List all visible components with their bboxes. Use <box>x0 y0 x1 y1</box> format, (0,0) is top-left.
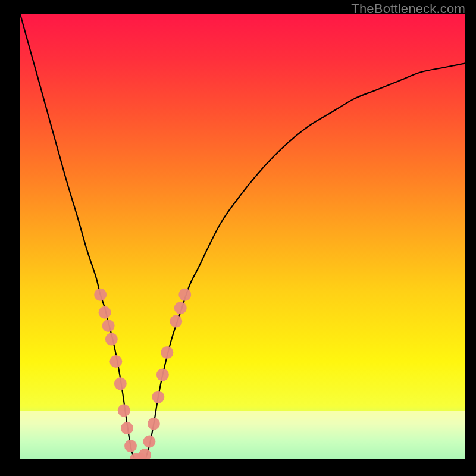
plot-area <box>20 14 465 459</box>
watermark-text: TheBottleneck.com <box>351 1 465 17</box>
curve-marker <box>170 315 182 328</box>
curve-marker <box>178 289 191 301</box>
curve-marker <box>102 320 115 332</box>
bottleneck-curve <box>20 14 465 459</box>
curve-marker <box>161 346 173 359</box>
curve-marker <box>121 422 133 434</box>
curve-marker <box>94 289 107 301</box>
curve-marker <box>156 368 169 381</box>
chart-frame: TheBottleneck.com <box>0 0 476 476</box>
curve-marker <box>114 377 127 390</box>
curve-marker <box>174 302 187 314</box>
curve-markers <box>94 289 191 459</box>
curve-marker <box>124 440 137 452</box>
curve-marker <box>105 333 118 346</box>
curve-marker <box>148 418 160 430</box>
curve-marker <box>99 306 111 319</box>
curve-marker <box>109 355 122 368</box>
curve-layer <box>20 14 465 459</box>
curve-marker <box>118 404 130 416</box>
curve-marker <box>143 436 155 448</box>
curve-marker <box>152 391 164 403</box>
curve-marker <box>139 449 151 459</box>
